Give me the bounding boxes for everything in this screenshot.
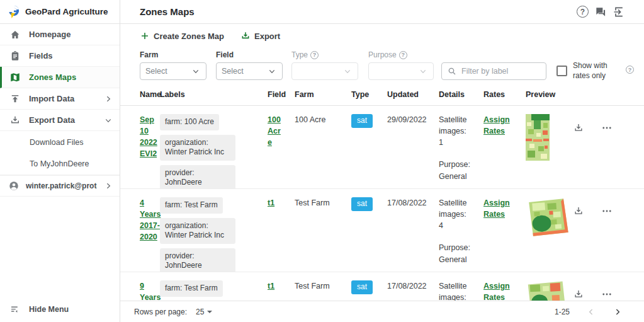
sidebar-item-import-data[interactable]: Import Data [0, 88, 120, 110]
download-row-button[interactable] [570, 119, 587, 137]
hide-menu-label: Hide Menu [29, 305, 69, 314]
label-chip: farm: Test Farm [160, 197, 223, 214]
assign-rates-link[interactable]: Assign Rates [483, 197, 512, 220]
column-header-labels: Labels [160, 90, 268, 99]
download-row-button[interactable] [570, 202, 587, 220]
chevron-left-icon [586, 307, 596, 317]
download-icon [573, 289, 584, 300]
chevron-down-icon [103, 115, 113, 125]
chevron-down-icon [267, 66, 277, 76]
hide-menu-button[interactable]: Hide Menu [0, 297, 120, 322]
logo[interactable]: GeoPard Agriculture [0, 0, 120, 24]
column-header-name: Name [140, 90, 160, 99]
type-hint-icon: ? [310, 51, 319, 59]
labels-cell: farm: Test Farm organization: Winter Pat… [160, 197, 268, 272]
field-link[interactable]: t1 [268, 197, 285, 209]
label-search [441, 62, 546, 80]
zones-preview-thumbnail[interactable] [526, 114, 550, 161]
account-email: winter.patrick@proton... [26, 181, 97, 190]
create-zones-map-label: Create Zones Map [154, 32, 224, 41]
farm-cell: 100 Acre [295, 114, 351, 125]
column-header-type: Type [351, 90, 387, 99]
purpose-select[interactable] [368, 62, 434, 80]
purpose-filter-label-text: Purpose [368, 50, 397, 59]
feedback-chat-icon[interactable] [594, 6, 607, 18]
zones-preview-thumbnail[interactable] [526, 197, 570, 239]
details-purpose: Purpose: General [439, 242, 473, 265]
app-title: GeoPard Agriculture [25, 7, 108, 16]
field-select[interactable]: Select [216, 62, 283, 80]
farm-cell: Test Farm [295, 197, 351, 209]
upload-icon [9, 93, 21, 105]
filter-bar: Farm Select Field Select [120, 44, 644, 83]
chevron-down-icon [191, 66, 201, 76]
chevron-right-icon [103, 94, 113, 104]
export-button[interactable]: Export [240, 31, 280, 41]
sidebar-item-fields[interactable]: Fields [0, 45, 120, 67]
updated-cell: 17/08/2022 [387, 197, 439, 209]
caret-down-icon [207, 311, 212, 313]
exit-icon[interactable] [613, 6, 625, 18]
farm-select-value: Select [145, 67, 191, 76]
farm-cell: Test Farm [295, 280, 351, 292]
details-purpose: Purpose: General [439, 159, 473, 181]
sidebar-item-zones-maps[interactable]: Zones Maps [0, 67, 120, 88]
sidebar-subitem-to-myjohndeere[interactable]: To MyJohnDeere [0, 153, 120, 175]
zones-map-name-link[interactable]: 4 Years 2017-2020 [140, 197, 161, 243]
sidebar-item-export-data[interactable]: Export Data [0, 110, 120, 131]
field-filter-label: Field [216, 50, 283, 59]
details-cell: Satellite images: 4 Purpose: General [439, 197, 473, 272]
previous-page-button[interactable] [584, 304, 599, 319]
row-menu-button[interactable] [598, 285, 616, 301]
rows-per-page-value: 25 [196, 308, 204, 316]
field-link[interactable]: t1 [268, 280, 285, 292]
column-header-rates: Rates [483, 90, 526, 99]
column-header-farm: Farm [295, 90, 351, 99]
updated-cell: 29/09/2022 [387, 114, 439, 125]
farm-select[interactable]: Select [140, 62, 206, 80]
type-badge: sat [351, 114, 373, 128]
column-header-details: Details [439, 90, 483, 99]
rows-per-page-label: Rows per page: [134, 308, 187, 316]
table-row: 9 Years 2013-2021 farm: Test Farm organi… [120, 272, 644, 301]
farm-filter-label: Farm [140, 50, 206, 59]
home-icon [9, 29, 21, 40]
assign-rates-link[interactable]: Assign Rates [483, 114, 512, 137]
labels-cell: farm: Test Farm organization: Winter Pat… [160, 280, 268, 301]
download-row-button[interactable] [570, 285, 587, 301]
main-content: Zones Maps ? Create Zones Map [120, 0, 644, 322]
download-tray-icon [9, 115, 21, 126]
pagination-range: 1-25 [555, 308, 570, 316]
row-menu-button[interactable] [598, 202, 616, 220]
chevron-right-icon [103, 181, 113, 191]
sidebar: GeoPard Agriculture Homepage Fields Zone… [0, 0, 120, 322]
label-chip: organization: Winter Patrick Inc [160, 218, 235, 244]
table-body: Sep 10 2022 EVI2 farm: 100 Acre organiza… [120, 106, 644, 301]
details-cell: Satellite images: [439, 280, 473, 301]
purpose-filter-label: Purpose ? [368, 50, 434, 59]
create-zones-map-button[interactable]: Create Zones Map [140, 31, 224, 41]
export-download-icon [240, 31, 251, 41]
export-label: Export [254, 32, 280, 41]
download-icon [573, 122, 584, 134]
sidebar-item-label: Export Data [29, 115, 75, 125]
label-search-input[interactable] [461, 67, 536, 76]
sidebar-item-homepage[interactable]: Homepage [0, 24, 120, 45]
purpose-hint-icon: ? [399, 51, 407, 59]
zones-map-name-link[interactable]: 9 Years 2013-2021 [140, 280, 161, 301]
account-menu[interactable]: winter.patrick@proton... [0, 175, 120, 197]
sidebar-item-label: Zones Maps [29, 72, 76, 82]
rows-per-page-select[interactable]: 25 [196, 308, 212, 316]
zones-map-name-link[interactable]: Sep 10 2022 EVI2 [140, 114, 161, 160]
sidebar-subitem-label: Download Files [30, 138, 83, 147]
assign-rates-link[interactable]: Assign Rates [483, 280, 512, 301]
row-menu-button[interactable] [598, 119, 616, 137]
rates-only-checkbox[interactable] [556, 66, 567, 76]
zones-preview-thumbnail[interactable] [526, 280, 567, 301]
details-images: Satellite images: 1 [439, 114, 473, 148]
field-link[interactable]: 100 Acre [268, 114, 285, 148]
type-select[interactable] [291, 62, 358, 80]
sidebar-subitem-download-files[interactable]: Download Files [0, 131, 120, 153]
help-icon[interactable]: ? [577, 6, 589, 18]
next-page-button[interactable] [610, 304, 625, 319]
